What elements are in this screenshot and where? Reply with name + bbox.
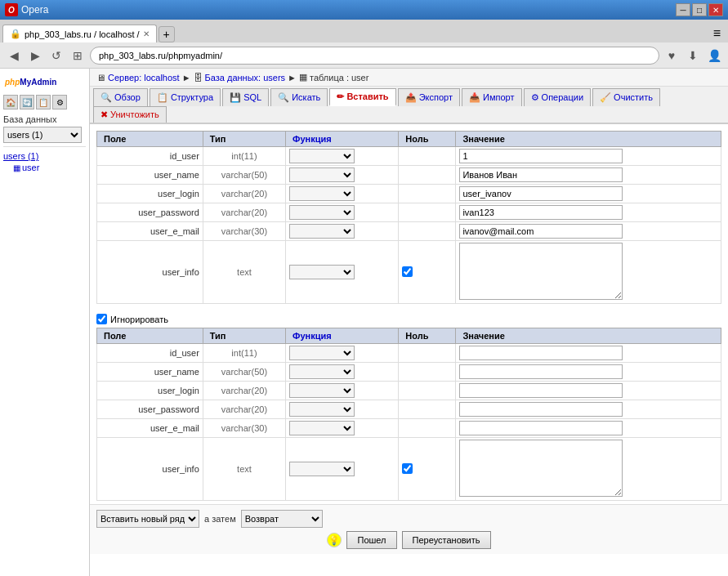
insert-select[interactable]: Вставить новый ряд xyxy=(96,510,199,528)
address-input[interactable] xyxy=(90,47,659,65)
col-field2: Поле xyxy=(97,328,203,344)
value-textarea[interactable] xyxy=(459,440,623,497)
minimize-button[interactable]: ─ xyxy=(676,3,690,16)
go-button[interactable]: Пошел xyxy=(346,531,396,549)
field-type: varchar(20) xyxy=(203,400,285,419)
value-input[interactable] xyxy=(459,205,623,220)
maximize-button[interactable]: □ xyxy=(692,3,707,16)
tab-iskat[interactable]: 🔍 Искать xyxy=(270,88,328,106)
tab-import[interactable]: 📥 Импорт xyxy=(462,88,522,106)
tab-vstavit[interactable]: ✏ Вставить xyxy=(329,88,395,106)
info-icon[interactable]: 💡 xyxy=(327,533,342,547)
tab-eksport[interactable]: 📤 Экспорт xyxy=(398,88,460,106)
field-type: int(11) xyxy=(203,344,285,363)
null-cell xyxy=(399,185,456,203)
null-checkbox[interactable] xyxy=(402,266,413,277)
ignore-checkbox[interactable] xyxy=(96,314,107,324)
tab-bar: 🔒 php_303_labs.ru / localhost / ✕ + ≡ xyxy=(0,20,728,42)
tab-struktura[interactable]: 📋 Структура xyxy=(150,88,221,106)
value-input[interactable] xyxy=(459,167,623,182)
close-button[interactable]: ✕ xyxy=(708,3,723,16)
heart-icon[interactable]: ♥ xyxy=(663,47,681,65)
tab-unichtozit[interactable]: ✖ Уничтожить xyxy=(93,106,167,123)
db-select[interactable]: users (1) xyxy=(3,127,82,143)
grid-button[interactable]: ⊞ xyxy=(69,47,87,65)
value-cell xyxy=(456,222,721,241)
db-link[interactable]: База данных: users xyxy=(205,73,286,83)
func-select[interactable] xyxy=(289,149,355,163)
func-select[interactable] xyxy=(289,186,355,201)
field-name: user_info xyxy=(97,438,203,501)
back-button[interactable]: ◀ xyxy=(5,47,23,65)
func-select[interactable] xyxy=(289,383,355,398)
value-input[interactable] xyxy=(459,421,623,435)
value-input[interactable] xyxy=(459,402,623,417)
browser-menu-button[interactable]: ≡ xyxy=(708,25,726,42)
null-cell xyxy=(399,203,456,222)
func-select[interactable] xyxy=(289,205,355,220)
col-null: Ноль xyxy=(399,132,456,147)
value-input[interactable] xyxy=(459,224,623,239)
null-cell xyxy=(399,147,456,166)
reset-button[interactable]: Переустановить xyxy=(402,531,491,549)
table-row: user_info text xyxy=(97,241,721,304)
func-select[interactable] xyxy=(289,402,355,417)
active-tab[interactable]: 🔒 php_303_labs.ru / localhost / ✕ xyxy=(2,25,157,42)
opera-icon: O xyxy=(5,3,18,16)
func-cell xyxy=(286,166,399,185)
null-cell xyxy=(399,419,456,438)
reload-icon[interactable]: 🔄 xyxy=(20,95,34,109)
docs-icon[interactable]: 📋 xyxy=(36,95,51,109)
settings-icon[interactable]: ⚙ xyxy=(52,95,67,109)
tab-obzor[interactable]: 🔍 Обзор xyxy=(93,88,148,106)
value-input[interactable] xyxy=(459,149,623,163)
func-select[interactable] xyxy=(289,421,355,435)
value-cell xyxy=(456,438,721,501)
breadcrumb-arrow2: ► xyxy=(288,73,297,83)
bottom-bar: Вставить новый ряд а затем Возврат 💡 Пош… xyxy=(90,504,728,554)
func-select[interactable] xyxy=(289,346,355,360)
table-row: id_user int(11) xyxy=(97,147,721,166)
refresh-button[interactable]: ↺ xyxy=(47,47,65,65)
func-select[interactable] xyxy=(289,364,355,379)
field-type: varchar(20) xyxy=(203,203,285,222)
server-icon: 🖥 xyxy=(96,73,105,83)
func-cell xyxy=(286,147,399,166)
home-icon[interactable]: 🏠 xyxy=(3,95,18,109)
null-checkbox[interactable] xyxy=(402,463,413,474)
download-icon[interactable]: ⬇ xyxy=(684,47,702,65)
col-field: Поле xyxy=(97,132,203,147)
value-input[interactable] xyxy=(459,364,623,379)
new-tab-button[interactable]: + xyxy=(159,26,175,42)
field-type: text xyxy=(203,241,285,304)
sidebar-db-item[interactable]: users (1) xyxy=(3,150,86,162)
table-row: user_password varchar(20) xyxy=(97,400,721,419)
field-name: user_name xyxy=(97,166,203,185)
func-select[interactable] xyxy=(289,462,355,476)
value-textarea[interactable] xyxy=(459,243,623,300)
user-icon[interactable]: 👤 xyxy=(705,47,723,65)
value-cell xyxy=(456,419,721,438)
sidebar-table-item[interactable]: ▦ user xyxy=(3,162,86,173)
nav-icons: ♥ ⬇ 👤 xyxy=(663,47,723,65)
func-select[interactable] xyxy=(289,224,355,239)
null-cell xyxy=(399,400,456,419)
tab-ochistit[interactable]: 🧹 Очистить xyxy=(592,88,660,106)
pma-tabs: 🔍 Обзор 📋 Структура 💾 SQL 🔍 Искать ✏ Вст… xyxy=(90,87,728,124)
col-type: Тип xyxy=(203,132,285,147)
func-cell xyxy=(286,382,399,400)
server-link[interactable]: Сервер: localhost xyxy=(108,73,180,83)
value-input[interactable] xyxy=(459,346,623,360)
forward-button[interactable]: ▶ xyxy=(26,47,44,65)
func-select[interactable] xyxy=(289,167,355,182)
action-select[interactable]: Возврат xyxy=(241,510,323,528)
table-row: user_e_mail varchar(30) xyxy=(97,419,721,438)
bottom-row2: 💡 Пошел Переустановить xyxy=(96,531,721,549)
tab-sql[interactable]: 💾 SQL xyxy=(222,88,269,106)
tab-operacii[interactable]: ⚙ Операции xyxy=(524,88,592,106)
tab-close-button[interactable]: ✕ xyxy=(143,29,150,38)
value-input[interactable] xyxy=(459,383,623,398)
value-cell xyxy=(456,166,721,185)
value-input[interactable] xyxy=(459,186,623,201)
func-select[interactable] xyxy=(289,265,355,279)
